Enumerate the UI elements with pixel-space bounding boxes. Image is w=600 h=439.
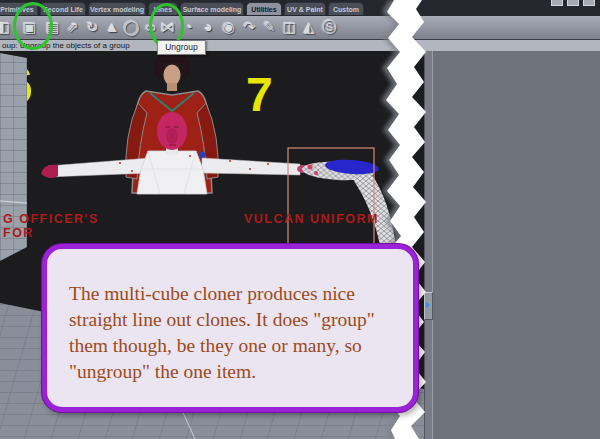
capsule-primitive-icon[interactable]: ◯ <box>122 18 141 37</box>
annotation-circle-cloner <box>13 2 53 50</box>
utilities-toolbar: ◧ ▣ ▤ ⇗ ↻ ▲ ◯ ∞ ⋈ ◔ ◕ ◉ ↷ ✎ ◫ ◭ Ⓢ <box>0 16 600 40</box>
window-maximize-button[interactable] <box>567 0 579 6</box>
tab-surface-modeling[interactable]: Surface modeling <box>180 2 244 15</box>
tab-vertex-modeling[interactable]: Vertex modeling <box>88 2 146 15</box>
window-minimize-button[interactable] <box>551 0 563 6</box>
cone-primitive-icon[interactable]: ▲ <box>103 18 122 37</box>
panel-splitter[interactable] <box>424 51 433 439</box>
tab-custom[interactable]: Custom <box>328 2 364 15</box>
select-cube-icon[interactable]: ◧ <box>0 18 13 37</box>
viewport-label-officers: G OFFICER'S <box>3 212 99 226</box>
annotation-callout: The multi-cube cloner produces nice stra… <box>42 244 418 412</box>
tab-uv-paint[interactable]: UV & Paint <box>284 2 326 15</box>
paint-bucket-icon[interactable]: ◫ <box>280 18 299 37</box>
status-bar: oup: Ungroup the objects of a group <box>0 40 600 51</box>
visibility-sphere-icon[interactable]: ◉ <box>219 18 238 37</box>
send-to-icon[interactable]: ↷ <box>240 18 259 37</box>
viewport-label-vulcan-uniform: VULCAN UNIFORM <box>244 212 379 226</box>
show-object-icon[interactable]: ◕ <box>199 18 218 37</box>
callout-text: The multi-cube cloner produces nice stra… <box>69 281 399 385</box>
window-close-button[interactable] <box>583 0 595 6</box>
s-logo-icon[interactable]: Ⓢ <box>320 18 339 37</box>
scatter-clones-icon[interactable]: ⇗ <box>63 18 82 37</box>
app-window: { "tabs": { "items": ["Primitives", "Sec… <box>0 0 600 439</box>
right-dock <box>433 51 600 439</box>
splitter-collapse-icon <box>426 302 430 308</box>
edit-pen-icon[interactable]: ✎ <box>260 18 279 37</box>
uv-paint-icon[interactable]: ◭ <box>300 18 319 37</box>
viewport-label-for: FOR <box>3 226 34 240</box>
menu-tab-bar: Primitives Second Life Vertex modeling L… <box>0 0 600 16</box>
tab-utilities[interactable]: Utilities <box>246 2 282 15</box>
viewport-digit-right: 7 <box>246 68 273 121</box>
rotate-clone-icon[interactable]: ↻ <box>83 18 102 37</box>
ungroup-tooltip: Ungroup <box>157 40 206 55</box>
